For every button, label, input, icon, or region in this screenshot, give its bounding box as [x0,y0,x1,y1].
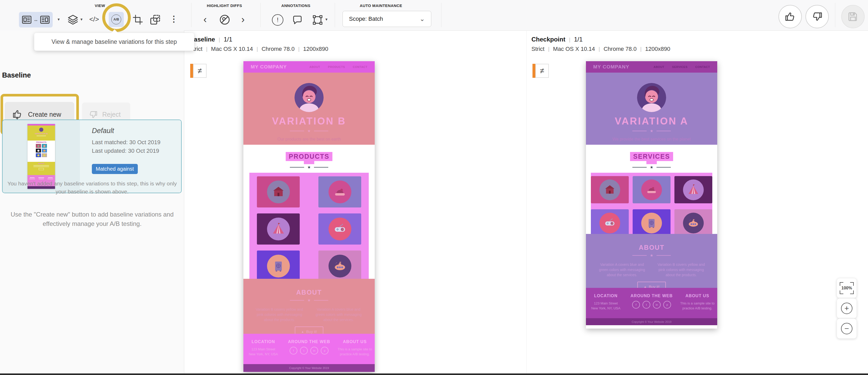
crop-button[interactable] [132,14,143,25]
hero-title: VARIATION B [243,116,375,127]
thumb-text-line [33,167,49,167]
duplicate-check-button[interactable] [149,13,161,26]
tile-safe [257,250,300,282]
divider-line [656,255,671,256]
zoom-fit-button[interactable]: 100% [837,278,857,298]
diff-badge-accent [190,64,193,78]
footer-web-col: AROUND THE WEB f t in p [626,294,677,318]
star-divider: ★ [243,165,375,169]
diff-badge-accent [532,64,535,78]
star-icon: ★ [650,129,653,133]
site-nav-links: ABOUT SERVICES CONTACT [653,65,710,68]
checkpoint-diff-badge[interactable]: ≠ [535,64,549,78]
safe-icon [641,213,662,233]
layers-caret-icon[interactable]: ▾ [81,18,83,22]
baseline-diff-badge[interactable]: ≠ [193,64,207,78]
tile-gamepad [318,213,361,244]
reject-label: Reject [102,111,121,118]
toggle-diffs-button[interactable] [219,14,231,26]
twitter-icon: t [643,301,650,309]
os: Mac OS X 10.14 [211,46,253,53]
divider-line [290,167,304,168]
matched-against-badge: Matched against [92,164,138,174]
tooltip-text: View & manage baseline variations for th… [52,38,177,45]
thumbs-up-plus-icon [12,109,23,120]
separator: | [298,46,300,52]
checkpoint-screenshot[interactable]: MY COMPANY ABOUT SERVICES CONTACT VARIAT… [586,61,717,329]
site-navbar: MY COMPANY ABOUT SERVICES CONTACT [586,61,717,73]
buy-label: Buy it! [306,329,317,334]
thumb-about-title: ABOUT [28,162,55,164]
site-footer: LOCATION 123 Main StreetNew York, NY, US… [586,288,717,318]
social-icons: f t in p [626,301,677,309]
region-button[interactable] [312,14,323,26]
toolbar-separator [441,3,441,27]
site-products-section: PRODUCTS ★ [243,145,375,279]
baseline-panel-title: Baseline | 1/1 [189,36,232,43]
submarine-icon [329,255,351,277]
cake-icon [641,179,662,200]
star-icon: ★ [650,253,653,257]
footer-location-col: LOCATION 123 Main StreetNew York, NY, US… [586,294,626,318]
issue-button[interactable]: ! [272,14,283,26]
thumb-text-line [38,177,44,178]
unequal-icon: ≠ [198,66,202,75]
corner-bracket [840,291,843,294]
divider-line [314,167,328,168]
ab-variations-button[interactable]: A/B [109,12,124,27]
previous-diff-button[interactable]: ‹ [204,14,207,24]
divider-line [290,131,304,131]
star-icon: ★ [307,129,311,133]
save-button[interactable] [841,5,865,28]
site-brand: MY COMPANY [251,64,287,70]
divider-line [656,131,671,131]
reject-step-button[interactable] [805,5,829,28]
site-about-section: ABOUT ★ Variation B covers yellow and pi… [243,279,375,334]
os: Mac OS X 10.14 [553,46,595,53]
viewport: 1200x890 [645,46,670,53]
star-icon: ★ [307,298,311,302]
thumb-text-bar [37,136,46,136]
divider-line [314,300,328,301]
layers-button[interactable] [67,14,79,26]
comment-button[interactable] [292,14,303,25]
site-about-section: ABOUT ★ Variation A covers blue and gree… [586,234,717,288]
star-divider: ★ [586,165,717,169]
zoom-out-button[interactable]: − [837,318,857,339]
tile-cabin [257,176,300,207]
match-level: Strict [531,46,545,53]
checkpoint-panel-meta: Strict | Mac OS X 10.14 | Chrome 78.0 | … [531,46,670,53]
separator: | [569,37,570,43]
code-view-button[interactable]: </> [89,16,99,23]
hero-subtitle: We provide the best services on the plan… [586,137,717,142]
region-caret-icon[interactable]: ▾ [326,18,328,22]
thumb-section-title: PRODUCTS [28,141,55,143]
next-diff-button[interactable]: › [241,14,245,24]
gamepad-icon [599,213,620,233]
layout-caret-icon[interactable]: ▾ [58,18,60,22]
thumb-hero: VARIATION B [28,126,55,141]
zoom-in-button[interactable]: + [837,298,857,318]
footer-about-text: This is a sample site to practice A/B te… [335,347,375,356]
scope-select[interactable]: Scope: Batch ⌄ [343,11,431,27]
more-options-icon[interactable]: ⋮ [170,15,178,23]
baseline-screenshot[interactable]: MY COMPANY ABOUT PRODUCTS CONTACT VARIAT… [243,61,375,372]
about-title: ABOUT [586,234,717,251]
accept-step-button[interactable] [778,5,802,28]
thumbs-down-icon [88,110,98,120]
thumb-text-line [30,177,34,178]
toolbar-separator [260,3,260,27]
viewport: 1200x890 [303,46,328,53]
baseline-thumbnail: VARIATION B PRODUCTS ABOUT [28,124,55,189]
about-columns: Variation A covers blue and green colors… [586,262,717,277]
divider-line [290,300,304,301]
footer-about-col: ABOUT US This is a sample site to practi… [678,294,717,318]
layout-compare-button[interactable]: ↔ [19,12,53,28]
ab-icon: A/B [111,14,121,24]
footer-web-title: AROUND THE WEB [626,294,677,298]
footer-web-title: AROUND THE WEB [283,339,335,344]
tile-circus [257,213,300,244]
pinterest-icon: p [321,347,329,354]
toolbar-separator [835,3,835,27]
nav-link: ABOUT [309,65,320,68]
